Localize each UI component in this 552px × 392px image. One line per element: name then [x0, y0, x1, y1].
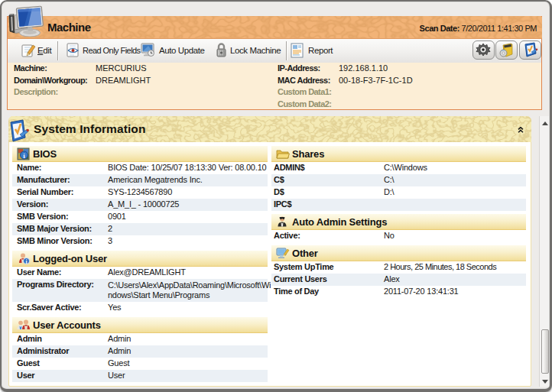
svg-text:i: i	[25, 258, 27, 265]
